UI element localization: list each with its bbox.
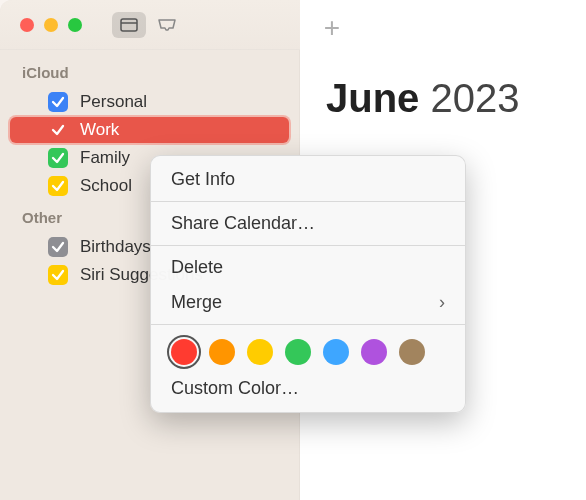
menu-share-calendar[interactable]: Share Calendar… <box>151 206 465 241</box>
calendars-toggle-button[interactable] <box>112 12 146 38</box>
sidebar-section-header: iCloud <box>0 56 299 87</box>
color-swatch[interactable] <box>399 339 425 365</box>
calendar-checkbox[interactable] <box>48 265 68 285</box>
color-swatch[interactable] <box>209 339 235 365</box>
menu-get-info[interactable]: Get Info <box>151 162 465 197</box>
minimize-window-button[interactable] <box>44 18 58 32</box>
menu-separator <box>151 201 465 202</box>
calendar-label: Birthdays <box>80 237 151 257</box>
chevron-right-icon: › <box>439 292 445 313</box>
color-swatch[interactable] <box>285 339 311 365</box>
month-name: June <box>326 76 419 120</box>
calendar-window: iCloudPersonalWorkFamilySchoolOtherBirth… <box>0 0 586 500</box>
calendar-context-menu: Get Info Share Calendar… Delete Merge › … <box>150 155 466 413</box>
color-swatch[interactable] <box>323 339 349 365</box>
menu-delete[interactable]: Delete <box>151 250 465 285</box>
color-swatch[interactable] <box>171 339 197 365</box>
menu-separator <box>151 245 465 246</box>
menu-custom-color[interactable]: Custom Color… <box>151 371 465 406</box>
calendar-label: Family <box>80 148 130 168</box>
menu-merge[interactable]: Merge › <box>151 285 465 320</box>
calendar-checkbox[interactable] <box>48 176 68 196</box>
menu-separator <box>151 324 465 325</box>
svg-rect-0 <box>121 19 137 31</box>
month-year: 2023 <box>430 76 519 120</box>
calendar-list-item[interactable]: Personal <box>10 89 289 115</box>
calendar-label: School <box>80 176 132 196</box>
calendar-label: Work <box>80 120 119 140</box>
close-window-button[interactable] <box>20 18 34 32</box>
calendar-checkbox[interactable] <box>48 92 68 112</box>
inbox-button[interactable] <box>150 12 184 38</box>
calendar-label: Personal <box>80 92 147 112</box>
color-swatch[interactable] <box>247 339 273 365</box>
calendar-list-item[interactable]: Work <box>10 117 289 143</box>
titlebar <box>0 0 300 50</box>
month-heading: June 2023 <box>326 76 519 121</box>
maximize-window-button[interactable] <box>68 18 82 32</box>
color-swatch-row <box>151 329 465 371</box>
calendar-checkbox[interactable] <box>48 237 68 257</box>
add-event-button[interactable]: + <box>318 14 346 42</box>
calendar-checkbox[interactable] <box>48 120 68 140</box>
color-swatch[interactable] <box>361 339 387 365</box>
calendar-checkbox[interactable] <box>48 148 68 168</box>
